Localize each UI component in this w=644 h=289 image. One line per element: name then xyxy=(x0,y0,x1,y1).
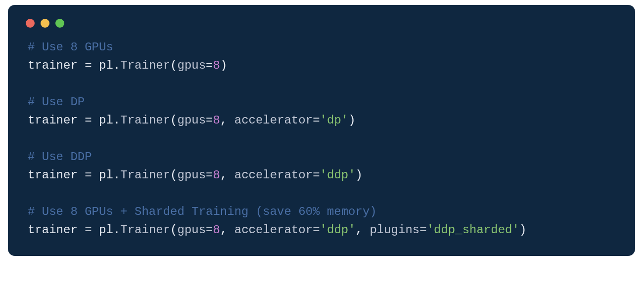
code-token: pl xyxy=(99,223,113,237)
code-token: plugins xyxy=(369,223,419,237)
code-token: accelerator xyxy=(234,168,313,182)
code-token: ) xyxy=(348,114,355,127)
code-token: . xyxy=(113,168,120,182)
code-token: . xyxy=(113,59,120,72)
code-token: = xyxy=(78,168,99,182)
code-token: 8 xyxy=(213,223,220,237)
code-token: gpus xyxy=(178,168,206,182)
code-token: gpus xyxy=(178,223,206,237)
code-token: ( xyxy=(170,168,177,182)
code-token: ) xyxy=(220,59,227,72)
code-token: , xyxy=(220,114,234,127)
code-token: , xyxy=(356,223,370,237)
code-token: ( xyxy=(170,114,177,127)
code-token: . xyxy=(113,114,120,127)
code-token: trainer xyxy=(28,59,78,72)
code-block: # Use 8 GPUs trainer = pl.Trainer(gpus=8… xyxy=(23,39,620,242)
code-token: ( xyxy=(170,223,177,237)
code-token: = xyxy=(78,59,99,72)
code-token: , xyxy=(220,168,234,182)
code-token: trainer xyxy=(28,114,78,127)
code-token: = xyxy=(78,223,99,237)
code-token: = xyxy=(419,223,426,237)
code-token: trainer xyxy=(28,168,78,182)
code-token: pl xyxy=(99,114,113,127)
code-token: 'ddp' xyxy=(320,168,356,182)
code-token: = xyxy=(313,168,320,182)
code-token: gpus xyxy=(178,114,206,127)
close-icon[interactable] xyxy=(26,19,35,28)
code-window: # Use 8 GPUs trainer = pl.Trainer(gpus=8… xyxy=(8,5,635,256)
code-token: pl xyxy=(99,168,113,182)
code-token: Trainer xyxy=(120,168,170,182)
window-titlebar xyxy=(23,16,620,39)
code-token: 'ddp' xyxy=(320,223,356,237)
code-token: ) xyxy=(519,223,526,237)
code-token: Trainer xyxy=(120,114,170,127)
code-token: = xyxy=(313,114,320,127)
code-token: = xyxy=(206,168,213,182)
code-token: 'dp' xyxy=(320,114,349,127)
code-comment: # Use 8 GPUs xyxy=(28,41,113,54)
code-token: ) xyxy=(356,168,363,182)
code-token: pl xyxy=(99,59,113,72)
code-token: ( xyxy=(170,59,177,72)
code-token: = xyxy=(78,114,99,127)
minimize-icon[interactable] xyxy=(41,19,49,28)
code-token: accelerator xyxy=(234,223,313,237)
code-token: 8 xyxy=(213,168,220,182)
code-token: Trainer xyxy=(120,59,170,72)
code-token: 8 xyxy=(213,59,220,72)
code-token: = xyxy=(313,223,320,237)
code-comment: # Use DDP xyxy=(28,150,92,164)
code-comment: # Use DP xyxy=(28,95,85,109)
code-token: trainer xyxy=(28,223,78,237)
code-token: = xyxy=(206,223,213,237)
code-token: = xyxy=(206,114,213,127)
code-token: gpus xyxy=(178,59,206,72)
code-token: accelerator xyxy=(234,114,313,127)
code-token: = xyxy=(206,59,213,72)
zoom-icon[interactable] xyxy=(55,19,64,28)
code-token: , xyxy=(220,223,234,237)
code-token: 8 xyxy=(213,114,220,127)
code-token: . xyxy=(113,223,120,237)
code-token: 'ddp_sharded' xyxy=(427,223,519,237)
code-token: Trainer xyxy=(120,223,170,237)
code-comment: # Use 8 GPUs + Sharded Training (save 60… xyxy=(28,205,377,218)
